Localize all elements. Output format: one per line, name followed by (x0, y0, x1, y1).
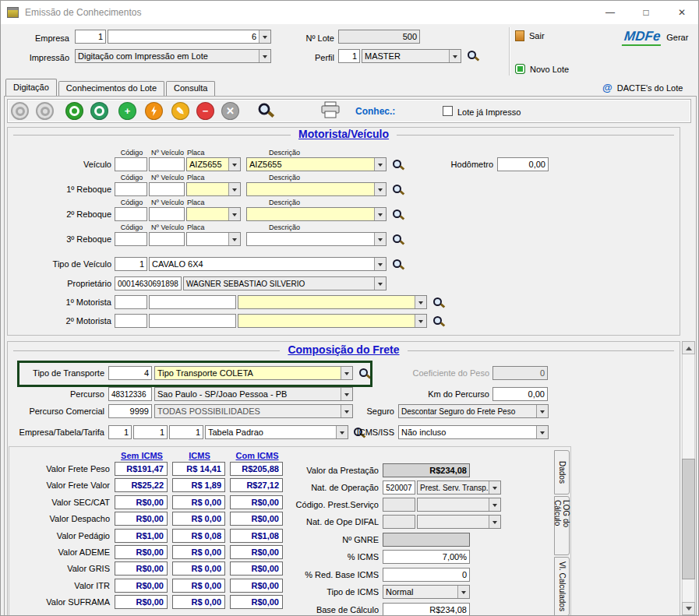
veiculo-search-icon[interactable] (392, 159, 404, 171)
valor-cell[interactable]: R$0,00 (230, 495, 283, 509)
valor-cell[interactable]: R$27,12 (230, 478, 283, 492)
tipo-veiculo-code-field[interactable]: 1 (115, 257, 147, 271)
reboque3-codigo-field[interactable] (115, 232, 147, 246)
percurso-comercial-combo[interactable]: TODAS POSSIBILIDADES (154, 404, 353, 418)
seguro-combo[interactable]: Descontar Seguro do Frete Peso (398, 404, 549, 418)
reboque2-num-field[interactable] (149, 207, 185, 221)
percurso-code-field[interactable]: 48312336 (108, 387, 152, 401)
empresa-code-field[interactable]: 1 (75, 30, 106, 44)
chevron-down-icon[interactable] (374, 277, 386, 290)
veiculo-descricao-combo[interactable]: AIZ5655 (246, 157, 387, 171)
motorista2-combo[interactable] (238, 314, 427, 328)
motorista2-doc-field[interactable] (149, 314, 236, 328)
tab-conhecimentos-do-lote[interactable]: Conhecimentos do Lote (58, 81, 164, 96)
gerar-button[interactable]: MDFe Gerar (623, 29, 688, 46)
reboque3-num-field[interactable] (149, 232, 185, 246)
reboque3-descricao-combo[interactable] (246, 232, 387, 246)
tipo-veiculo-combo[interactable]: CAVALO 6X4 (149, 257, 387, 271)
lote-ja-impresso-checkbox[interactable] (443, 106, 453, 116)
empresa-combo[interactable]: 6 (108, 30, 271, 44)
motorista1-combo[interactable] (238, 295, 427, 309)
reboque1-num-field[interactable] (149, 182, 185, 196)
valor-cell[interactable]: R$0,00 (230, 561, 283, 576)
dactes-button[interactable]: @ DACTE's do Lote (602, 82, 683, 93)
valor-cell[interactable]: R$0,00 (115, 495, 168, 509)
chevron-down-icon[interactable] (536, 426, 548, 438)
tab-digitacao[interactable]: Digitação (5, 79, 57, 96)
tipo-veiculo-search-icon[interactable] (392, 259, 404, 271)
tipo-transporte-search-icon[interactable] (358, 368, 371, 380)
chevron-down-icon[interactable] (228, 158, 240, 171)
chevron-down-icon[interactable] (259, 50, 270, 62)
scroll-up-button[interactable] (682, 341, 695, 354)
valor-cell[interactable]: R$ 0,00 (172, 545, 225, 559)
nat-difal-combo[interactable] (417, 515, 501, 529)
chevron-down-icon[interactable] (374, 158, 386, 171)
tabela-field[interactable]: 1 (133, 425, 168, 439)
valor-cell[interactable]: R$ 0,08 (172, 529, 225, 543)
reboque3-placa-combo[interactable] (186, 232, 241, 246)
valor-cell[interactable]: R$0,00 (230, 595, 283, 609)
km-percurso-field[interactable]: 0,00 (492, 387, 548, 401)
motorista1-doc-field[interactable] (149, 295, 236, 309)
nat-difal-field[interactable] (383, 515, 415, 529)
tipo-icms-combo[interactable]: Normal (383, 585, 470, 599)
tipo-transporte-code-field[interactable]: 4 (108, 366, 152, 380)
veiculo-placa-combo[interactable]: AIZ5655 (186, 157, 241, 171)
chevron-down-icon[interactable] (259, 30, 270, 43)
motorista2-codigo-field[interactable] (115, 314, 147, 328)
valor-cell[interactable]: R$ 0,00 (172, 512, 225, 526)
icms-pct-field[interactable]: 7,00% (383, 550, 470, 564)
chevron-down-icon[interactable] (489, 498, 500, 511)
chevron-down-icon[interactable] (536, 405, 548, 417)
valor-cell[interactable]: R$0,00 (115, 545, 168, 559)
reboque1-placa-combo[interactable] (186, 182, 241, 196)
proprietario-code-field[interactable]: 00014630691898 (115, 276, 182, 290)
perfil-code-field[interactable]: 1 (338, 49, 360, 63)
side-tab-vl-calculados[interactable]: Vl. Calculados (554, 557, 570, 616)
valor-cell[interactable]: R$0,00 (230, 512, 283, 526)
tipo-transporte-combo[interactable]: Tipo Transporte COLETA (154, 366, 353, 380)
close-button[interactable]: ✕ (664, 1, 699, 24)
perfil-combo[interactable]: MASTER (362, 49, 461, 63)
impressao-combo[interactable]: Digitação com Impressão em Lote (75, 49, 271, 63)
valor-cell[interactable]: R$25,22 (115, 478, 168, 492)
motorista1-search-icon[interactable] (432, 297, 445, 309)
valor-cell[interactable]: R$1,08 (230, 529, 283, 543)
sair-button[interactable]: Sair (515, 30, 545, 41)
base-calculo-field[interactable]: R$234,08 (383, 603, 470, 616)
chevron-down-icon[interactable] (374, 183, 386, 195)
reboque2-codigo-field[interactable] (115, 207, 147, 221)
record-nav-button-1[interactable] (11, 102, 29, 120)
chevron-down-icon[interactable] (341, 367, 352, 379)
percurso-comercial-code-field[interactable]: 9999 (108, 404, 152, 418)
side-tab-dados[interactable]: Dados (554, 450, 570, 495)
cod-prest-servico-combo[interactable] (417, 498, 501, 512)
valor-cell[interactable]: R$ 0,00 (172, 579, 225, 593)
chevron-down-icon[interactable] (374, 233, 386, 245)
valor-cell[interactable]: R$ 0,00 (172, 495, 225, 509)
nat-operacao-code-field[interactable]: 520007 (383, 480, 415, 495)
chevron-down-icon[interactable] (341, 388, 352, 400)
valor-cell[interactable]: R$0,00 (115, 512, 168, 526)
chevron-down-icon[interactable] (228, 183, 240, 195)
reboque1-codigo-field[interactable] (115, 182, 147, 196)
chevron-down-icon[interactable] (489, 481, 500, 494)
hodometro-field[interactable]: 0,00 (497, 157, 549, 171)
tarifa-field[interactable]: 1 (169, 425, 203, 439)
chevron-down-icon[interactable] (336, 426, 348, 438)
calculate-button[interactable] (145, 102, 163, 120)
chevron-down-icon[interactable] (374, 258, 386, 270)
valor-cell[interactable]: R$ 1,89 (172, 478, 225, 492)
tab-consulta[interactable]: Consulta (166, 81, 215, 96)
valor-cell[interactable]: R$ 0,00 (172, 561, 225, 576)
reboque2-search-icon[interactable] (392, 209, 404, 221)
chevron-down-icon[interactable] (228, 233, 240, 245)
valor-cell[interactable]: R$ 14,41 (172, 462, 225, 476)
cancel-button[interactable]: ✕ (221, 102, 239, 120)
veiculo-codigo-field[interactable] (115, 157, 147, 171)
motorista2-search-icon[interactable] (432, 315, 445, 328)
valor-cell[interactable]: R$0,00 (115, 561, 168, 576)
chevron-down-icon[interactable] (457, 586, 469, 598)
tabela-combo[interactable]: Tabela Padrao (205, 425, 348, 439)
